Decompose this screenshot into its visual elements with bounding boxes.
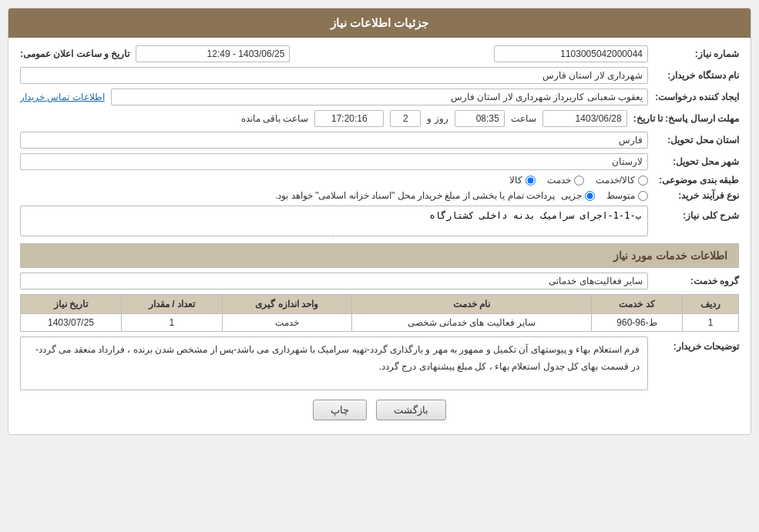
delivery-city-label: شهر محل تحویل: bbox=[654, 156, 739, 167]
deadline-remaining-label: ساعت باقی مانده bbox=[241, 113, 309, 124]
creator-label: ایجاد کننده درخواست: bbox=[654, 92, 739, 102]
category-label: طبقه بندی موضوعی: bbox=[654, 175, 739, 186]
buyer-org-value: شهرداری لار استان فارس bbox=[20, 67, 648, 84]
cell-date: 1403/07/25 bbox=[21, 314, 122, 332]
deadline-time: 08:35 bbox=[455, 110, 505, 127]
creator-value: یعقوب شعبانی کاربرداز شهرداری لار استان … bbox=[111, 89, 648, 105]
delivery-province-value: فارس bbox=[20, 132, 648, 149]
need-number-value: 1103005042000044 bbox=[494, 45, 648, 62]
buyer-notes-box: فرم استعلام بهاء و پیوستهای آن تکمیل و م… bbox=[20, 336, 648, 390]
col-header-row: ردیف bbox=[682, 295, 738, 314]
category-option-kala[interactable]: کالا bbox=[509, 175, 536, 186]
delivery-province-label: استان محل تحویل: bbox=[654, 135, 739, 146]
services-table: ردیف کد خدمت نام خدمت واحد اندازه گیری ت… bbox=[20, 294, 739, 332]
button-row: بازگشت چاپ bbox=[20, 400, 739, 420]
deadline-days: 2 bbox=[390, 110, 421, 127]
cell-code: ط-96-960 bbox=[592, 314, 683, 332]
deadline-remaining: 17:20:16 bbox=[314, 110, 384, 127]
services-section-title: اطلاعات خدمات مورد نیاز bbox=[20, 243, 739, 268]
purchase-type-option-jozi[interactable]: جزیی bbox=[561, 190, 595, 201]
need-number-label: شماره نیاز: bbox=[654, 49, 739, 59]
purchase-type-label: نوع فرآیند خرید: bbox=[654, 190, 739, 201]
col-header-date: تاریخ نیاز bbox=[21, 295, 122, 314]
col-header-qty: تعداد / مقدار bbox=[121, 295, 222, 314]
purchase-type-option-motavset[interactable]: متوسط bbox=[606, 190, 648, 201]
category-radio-group: کالا/خدمت خدمت کالا bbox=[509, 175, 648, 186]
announcement-date-label: تاریخ و ساعت اعلان عمومی: bbox=[20, 49, 129, 59]
deadline-label: مهلت ارسال پاسخ: تا تاریخ: bbox=[633, 113, 739, 124]
col-header-code: کد خدمت bbox=[592, 295, 683, 314]
cell-row: 1 bbox=[682, 314, 738, 332]
purchase-type-note: پرداخت تمام یا بخشی از مبلغ خریدار محل "… bbox=[20, 190, 555, 201]
deadline-time-label: ساعت bbox=[511, 113, 536, 124]
col-header-unit: واحد اندازه گیری bbox=[222, 295, 351, 314]
table-row: 1 ط-96-960 سایر فعالیت های خدماتی شخصی خ… bbox=[21, 314, 739, 332]
purchase-type-radio-group: متوسط جزیی bbox=[561, 190, 648, 201]
delivery-city-value: لارستان bbox=[20, 153, 648, 170]
print-button[interactable]: چاپ bbox=[313, 400, 367, 420]
contact-link[interactable]: اطلاعات تماس خریدار bbox=[20, 92, 105, 102]
service-group-label: گروه خدمت: bbox=[654, 276, 739, 286]
category-option-khedmat[interactable]: خدمت bbox=[547, 175, 584, 186]
service-group-value: سایر فعالیت‌های خدماتی bbox=[20, 273, 648, 289]
announcement-date-value: 1403/06/25 - 12:49 bbox=[136, 45, 290, 62]
col-header-name: نام خدمت bbox=[351, 295, 592, 314]
category-option-kala-khedmat[interactable]: کالا/خدمت bbox=[596, 175, 648, 186]
need-desc-textarea[interactable] bbox=[20, 206, 648, 236]
cell-name: سایر فعالیت های خدماتی شخصی bbox=[351, 314, 592, 332]
page-title: جزئیات اطلاعات نیاز bbox=[8, 8, 751, 38]
buyer-org-label: نام دستگاه خریدار: bbox=[654, 70, 739, 81]
deadline-days-label: روز و bbox=[427, 113, 448, 124]
cell-qty: 1 bbox=[121, 314, 222, 332]
deadline-date: 1403/06/28 bbox=[542, 110, 627, 127]
need-desc-label: شرح کلی نیاز: bbox=[654, 206, 739, 221]
cell-unit: خدمت bbox=[222, 314, 351, 332]
buyer-notes-label: توضیحات خریدار: bbox=[654, 336, 739, 352]
back-button[interactable]: بازگشت bbox=[376, 400, 446, 420]
